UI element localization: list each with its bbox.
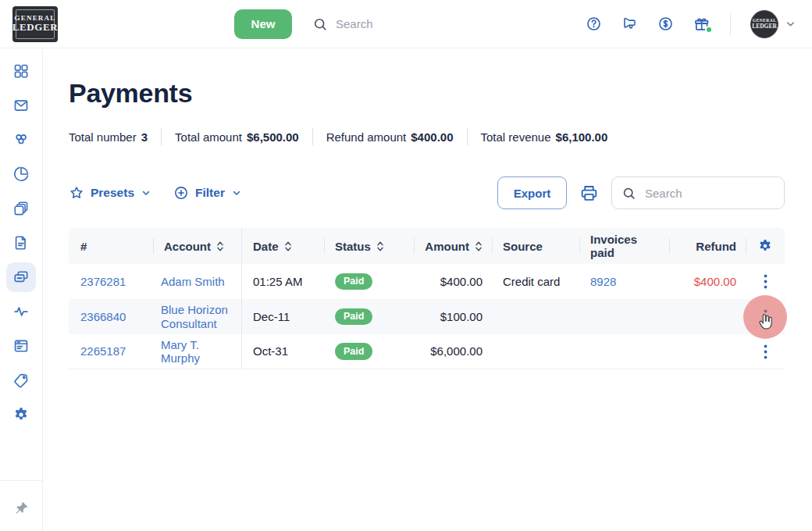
kebab-menu-icon[interactable] — [759, 341, 772, 362]
column-header-amount[interactable]: Amount — [414, 228, 492, 264]
sidebar-bottom — [0, 480, 42, 531]
sort-icon — [376, 241, 384, 252]
account-link[interactable]: Mary T. Murphy — [153, 334, 242, 369]
presets-label: Presets — [91, 186, 134, 200]
stats-row: Total number 3 Total amount $6,500.00 Re… — [69, 128, 785, 145]
presets-dropdown[interactable]: Presets — [69, 185, 151, 201]
payment-amount: $6,000.00 — [414, 334, 492, 369]
stat-label: Total amount — [175, 130, 242, 144]
table-search[interactable] — [611, 176, 785, 209]
search-icon — [621, 186, 636, 201]
payment-refund: $400.00 — [669, 264, 746, 299]
sidebar-item-customers[interactable] — [6, 125, 36, 155]
gear-icon — [757, 238, 773, 254]
app-logo[interactable]: GENERAL LEDGER — [12, 6, 58, 42]
payment-id-link[interactable]: 2265187 — [69, 334, 153, 369]
layers-icon — [12, 200, 30, 217]
column-header-id: # — [69, 228, 153, 264]
sidebar-item-messages[interactable] — [6, 91, 36, 120]
kebab-menu-icon[interactable] — [759, 306, 772, 327]
payment-status: Paid — [324, 334, 414, 369]
stat-total-amount: Total amount $6,500.00 — [175, 130, 299, 144]
star-icon — [69, 185, 84, 201]
stats-divider — [312, 128, 313, 145]
sidebar — [0, 48, 43, 531]
invoice-link — [579, 334, 669, 369]
app-logo-badge: GENERAL LEDGER — [16, 9, 55, 39]
stat-value: $6,100.00 — [556, 130, 608, 144]
mail-icon — [12, 97, 30, 114]
browser-form-icon — [12, 337, 30, 355]
billing-icon[interactable] — [657, 16, 674, 32]
stat-value: $400.00 — [411, 130, 453, 144]
table-search-input[interactable] — [643, 186, 775, 201]
export-button[interactable]: Export — [497, 176, 567, 209]
print-icon[interactable] — [579, 184, 599, 203]
main-content: Payments Total number 3 Total amount $6,… — [43, 48, 812, 531]
sidebar-item-pricing[interactable] — [6, 365, 36, 395]
table-toolbar: Presets Filter Export — [69, 176, 785, 209]
row-actions — [746, 264, 785, 299]
status-badge: Paid — [335, 273, 372, 290]
stat-refund-amount: Refund amount $400.00 — [326, 130, 454, 144]
status-badge: Paid — [335, 308, 372, 325]
column-header-date[interactable]: Date — [242, 228, 324, 264]
global-search[interactable]: Search — [312, 16, 373, 32]
payment-source — [492, 299, 579, 334]
account-menu[interactable]: GENERAL LEDGER — [750, 10, 796, 38]
payment-amount: $400.00 — [414, 264, 492, 299]
avatar: GENERAL LEDGER — [750, 10, 778, 38]
invoice-link — [579, 299, 669, 334]
logo-line2: LEDGER — [12, 22, 59, 33]
payment-refund — [669, 299, 746, 334]
sidebar-item-reports[interactable] — [6, 159, 36, 189]
gifts-icon[interactable] — [693, 16, 710, 33]
sidebar-item-dashboard[interactable] — [6, 56, 36, 86]
new-button[interactable]: New — [234, 9, 292, 39]
pin-sidebar-button[interactable] — [6, 494, 36, 523]
chevron-down-icon — [231, 187, 242, 198]
stats-divider — [467, 128, 468, 145]
file-icon — [12, 234, 30, 251]
payments-table: # Account Date Status Amount — [69, 228, 785, 369]
notification-dot — [705, 26, 713, 34]
table-settings-button[interactable] — [746, 228, 785, 264]
people-group-icon — [12, 131, 30, 148]
payment-date: Oct-31 — [242, 334, 324, 369]
sidebar-item-payments[interactable] — [6, 262, 36, 292]
chevron-down-icon — [141, 187, 151, 198]
filter-dropdown[interactable]: Filter — [173, 185, 242, 201]
activity-pulse-icon — [12, 303, 30, 320]
payment-id-link[interactable]: 2376281 — [69, 264, 153, 299]
stats-divider — [161, 128, 162, 145]
gear-icon — [12, 406, 30, 423]
sidebar-item-documents[interactable] — [6, 194, 36, 223]
sidebar-item-settings[interactable] — [6, 400, 36, 429]
plus-circle-icon — [173, 185, 189, 201]
kebab-menu-icon[interactable] — [759, 271, 772, 292]
payment-id-link[interactable]: 2366840 — [69, 299, 153, 334]
payment-status: Paid — [324, 299, 414, 334]
account-link[interactable]: Adam Smith — [153, 264, 242, 299]
pie-chart-icon — [12, 166, 30, 183]
row-actions — [746, 299, 785, 334]
credit-cards-icon — [12, 269, 30, 286]
global-search-placeholder: Search — [336, 17, 373, 30]
sidebar-item-files[interactable] — [6, 228, 36, 258]
sort-icon — [216, 241, 224, 252]
account-link[interactable]: Blue Horizon Consultant — [153, 299, 242, 334]
column-header-account[interactable]: Account — [153, 228, 242, 264]
topbar-icons: GENERAL LEDGER — [586, 10, 796, 38]
stat-label: Refund amount — [326, 130, 407, 144]
column-header-refund: Refund — [669, 228, 746, 264]
search-icon — [312, 16, 328, 32]
column-header-status[interactable]: Status — [324, 228, 414, 264]
stat-value: 3 — [141, 130, 148, 144]
invoice-link[interactable]: 8928 — [579, 264, 669, 299]
sidebar-item-forms[interactable] — [6, 331, 36, 361]
help-icon[interactable] — [586, 16, 602, 32]
sidebar-item-activity[interactable] — [6, 297, 36, 326]
column-header-invoices-paid: Invoices paid — [579, 228, 669, 264]
stat-total-revenue: Total revenue $6,100.00 — [481, 130, 608, 144]
announcements-icon[interactable] — [621, 16, 638, 32]
